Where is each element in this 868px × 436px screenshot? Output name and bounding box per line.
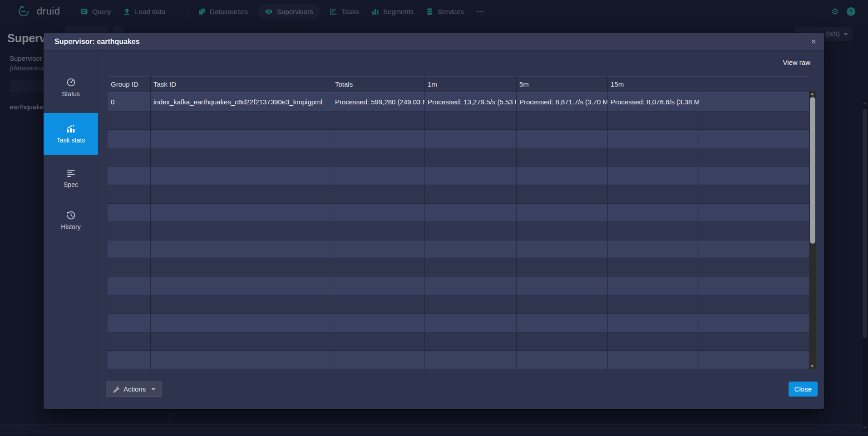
- table-row-empty: [108, 185, 809, 204]
- cell-rate-1m: Processed: 13,279.5/s (5.53 MB/s): [424, 93, 516, 111]
- history-icon: [66, 211, 76, 220]
- view-raw-link[interactable]: View raw: [783, 59, 810, 66]
- col-header-1m[interactable]: 1m: [424, 77, 516, 92]
- tab-spec-label: Spec: [64, 181, 78, 188]
- table-scrollbar[interactable]: [809, 91, 816, 369]
- col-header-totals[interactable]: Totals: [332, 77, 424, 92]
- cell-totals: Processed: 599,280 (249.03 MB): [332, 93, 424, 111]
- scroll-up-icon[interactable]: [809, 91, 816, 97]
- chevron-down-icon: [151, 388, 156, 391]
- tab-history-label: History: [61, 223, 81, 230]
- table-row-empty: [108, 333, 809, 351]
- table-row-empty: [108, 314, 809, 333]
- table-row-empty: [108, 296, 809, 314]
- druid-console: druid Query Load data Datasources: [0, 0, 868, 436]
- actions-button[interactable]: Actions: [106, 382, 162, 397]
- table-row-empty: [108, 130, 809, 148]
- cell-rate-5m: Processed: 8,871.7/s (3.70 MB/s): [516, 93, 607, 111]
- table-row-empty: [108, 240, 809, 259]
- bar-chart-trend-icon: [66, 124, 76, 133]
- wrench-icon: [112, 386, 119, 393]
- cell-group-id: 0: [108, 93, 150, 111]
- table-row-empty: [108, 351, 809, 369]
- supervisor-dialog: Supervisor: earthquakes ✕ Status Task st…: [44, 33, 824, 409]
- tab-task-stats[interactable]: Task stats: [44, 113, 98, 155]
- close-icon[interactable]: ✕: [808, 36, 819, 48]
- cell-rate-15m: Processed: 8,076.6/s (3.38 MB/s): [607, 93, 699, 111]
- dialog-sidebar: Status Task stats Spec: [44, 50, 98, 409]
- table-row-empty: [108, 259, 809, 277]
- tab-status[interactable]: Status: [44, 74, 98, 101]
- table-row-empty: [108, 112, 809, 130]
- scroll-down-icon[interactable]: [809, 363, 816, 369]
- table-row: 0 index_kafka_earthquakes_c6d22f2137390e…: [108, 93, 809, 112]
- col-header-group-id[interactable]: Group ID: [108, 77, 150, 92]
- table-header: Group ID Task ID Totals 1m 5m 15m: [108, 76, 809, 93]
- tab-spec[interactable]: Spec: [44, 165, 98, 192]
- table-row-empty: [108, 167, 809, 185]
- actions-button-label: Actions: [123, 385, 146, 393]
- cell-filler: [699, 93, 809, 111]
- tab-history[interactable]: History: [44, 207, 98, 234]
- cell-task-id: index_kafka_earthquakes_c6d22f2137390e3_…: [150, 93, 332, 111]
- table-scrollbar-thumb[interactable]: [810, 97, 815, 244]
- gauge-icon: [66, 78, 76, 87]
- close-button[interactable]: Close: [789, 382, 818, 397]
- col-header-5m[interactable]: 5m: [516, 77, 607, 92]
- col-header-task-id[interactable]: Task ID: [150, 77, 332, 92]
- dialog-header: Supervisor: earthquakes: [44, 33, 824, 50]
- col-header-filler: [699, 77, 809, 92]
- table-row-empty: [108, 148, 809, 167]
- task-stats-table: 0 index_kafka_earthquakes_c6d22f2137390e…: [108, 93, 809, 369]
- table-row-empty: [108, 277, 809, 296]
- col-header-15m[interactable]: 15m: [607, 77, 699, 92]
- table-row-empty: [108, 222, 809, 240]
- tab-status-label: Status: [62, 90, 80, 98]
- table-row-empty: [108, 204, 809, 222]
- tab-task-stats-label: Task stats: [57, 137, 85, 144]
- align-left-icon: [66, 168, 76, 178]
